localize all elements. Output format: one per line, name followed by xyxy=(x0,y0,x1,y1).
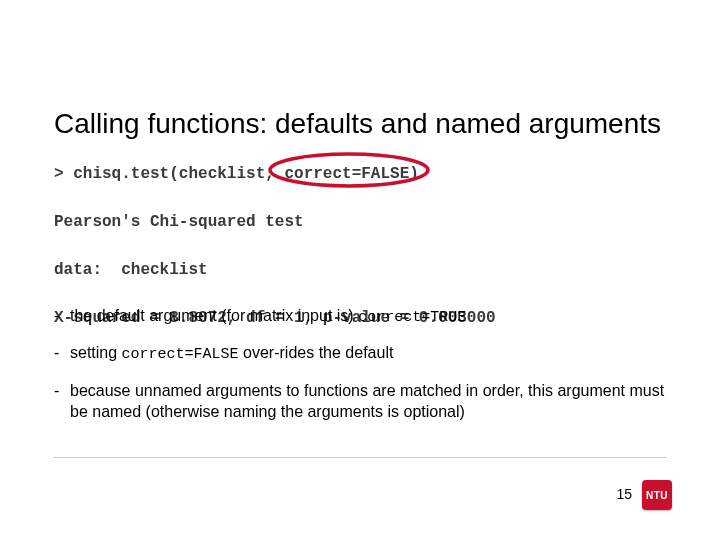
slide-title: Calling functions: defaults and named ar… xyxy=(54,108,680,140)
list-item: - because unnamed arguments to functions… xyxy=(54,380,670,423)
code-line xyxy=(54,282,496,306)
bullet-dash-icon: - xyxy=(54,305,70,328)
bullet-dash-icon: - xyxy=(54,342,70,365)
bullet-text: over-rides the default xyxy=(239,344,394,361)
code-line xyxy=(54,234,496,258)
svg-point-0 xyxy=(270,154,428,186)
horizontal-rule xyxy=(54,457,666,458)
annotation-circle-icon xyxy=(262,149,437,191)
code-line: data: checklist xyxy=(54,258,496,282)
inline-code: correct=FALSE xyxy=(122,346,239,363)
code-line: Pearson's Chi-squared test xyxy=(54,210,496,234)
page-number: 15 xyxy=(616,486,632,502)
list-item: - the default argument (for matrix input… xyxy=(54,305,670,328)
bullet-text: because unnamed arguments to functions a… xyxy=(70,382,664,421)
bullet-text: setting xyxy=(70,344,122,361)
ntu-logo-icon: NTU xyxy=(642,480,672,510)
inline-code: correct=TRUE xyxy=(358,309,466,326)
list-item: - setting correct=FALSE over-rides the d… xyxy=(54,342,670,365)
bullet-list: - the default argument (for matrix input… xyxy=(54,305,670,437)
bullet-text: the default argument (for matrix input i… xyxy=(70,307,358,324)
bullet-dash-icon: - xyxy=(54,380,70,423)
